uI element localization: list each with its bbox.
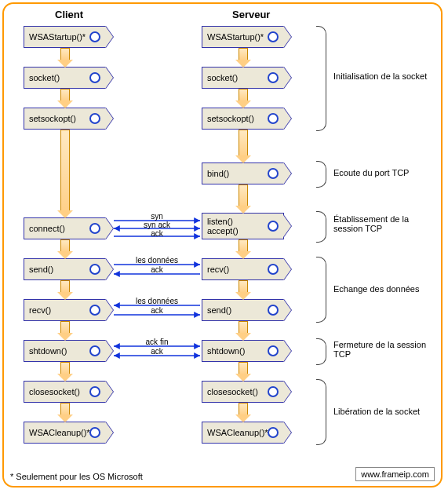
msg-label: syn (126, 212, 188, 221)
brace-icon (316, 257, 326, 323)
node-label: bind() (207, 169, 229, 178)
node-label: send() (29, 265, 53, 274)
node-label: shtdown() (29, 346, 67, 356)
client-node-recv: recv() (24, 299, 106, 321)
brace-icon (316, 379, 326, 445)
node-label: socket() (207, 73, 238, 82)
server-node-setsockopt: setsockopt() (202, 108, 284, 130)
flow-arrow-icon (239, 48, 248, 60)
server-node-wsastartup: WSAStartup()* (202, 26, 284, 48)
brace-icon (316, 211, 326, 243)
node-label: closesocket() (207, 387, 258, 396)
flow-arrow-icon (60, 403, 70, 415)
msg-label: ack (126, 229, 188, 238)
server-node-closesocket: closesocket() (202, 381, 284, 403)
brace-icon (316, 26, 326, 131)
server-node-recv: recv() (202, 258, 284, 280)
flow-arrow-icon (60, 239, 70, 252)
node-label: setsockopt() (207, 114, 254, 123)
node-label: recv() (29, 305, 51, 315)
node-label: send() (207, 305, 231, 315)
client-node-send: send() (24, 258, 106, 280)
flow-arrow-icon (239, 362, 248, 374)
client-node-socket: socket() (24, 67, 106, 89)
server-node-send: send() (202, 299, 284, 321)
client-node-wsastartup: WSAStartup()* (24, 26, 106, 48)
brace-icon (316, 161, 326, 188)
node-label: WSAStartup()* (29, 32, 86, 42)
phase-label: Initialisation de la socket (333, 71, 432, 81)
flow-arrow-icon (239, 89, 248, 101)
flow-arrow-icon (239, 130, 248, 156)
node-label: shtdown() (207, 346, 245, 356)
website-caption: www.frameip.com (355, 467, 435, 481)
msg-label: ack (126, 265, 188, 274)
node-label: connect() (29, 224, 65, 233)
phase-label: Fermeture de la session TCP (333, 340, 432, 359)
server-node-socket: socket() (202, 67, 284, 89)
node-label: setsockopt() (29, 114, 76, 123)
diagram-frame: Client Serveur WSAStartup()* socket() se… (2, 2, 443, 488)
msg-label: ack fin (126, 338, 188, 346)
flow-arrow-icon (60, 280, 70, 293)
flow-arrow-icon (60, 321, 70, 334)
node-label: recv() (207, 265, 229, 274)
flow-arrow-icon (239, 321, 248, 334)
client-node-shutdown: shtdown() (24, 340, 106, 362)
server-node-listen-accept: listen() accept() (202, 213, 284, 239)
client-node-closesocket: closesocket() (24, 381, 106, 403)
node-label: WSAStartup()* (207, 32, 264, 42)
msg-label: les données (126, 256, 188, 265)
server-node-wsacleanup: WSACleanup()* (202, 422, 284, 444)
phase-label: Ecoute du port TCP (333, 168, 432, 177)
node-label: closesocket() (29, 387, 80, 396)
footnote: * Seulement pour les OS Microsoft (10, 472, 143, 481)
client-node-connect: connect() (24, 217, 106, 239)
node-label: listen() accept() (207, 217, 239, 236)
node-label: WSACleanup()* (207, 428, 268, 437)
msg-label: syn ack (126, 221, 188, 229)
flow-arrow-icon (239, 239, 248, 252)
column-header-client: Client (55, 9, 83, 20)
flow-arrow-icon (60, 362, 70, 374)
node-label: socket() (29, 73, 60, 82)
server-node-bind: bind() (202, 163, 284, 184)
phase-label: Libération de la socket (333, 407, 432, 416)
flow-arrow-icon (239, 403, 248, 415)
client-node-setsockopt: setsockopt() (24, 108, 106, 130)
server-node-shutdown: shtdown() (202, 340, 284, 362)
brace-icon (316, 338, 326, 365)
msg-label: les données (126, 297, 188, 305)
msg-label: ack (126, 347, 188, 356)
flow-arrow-icon (239, 184, 248, 206)
msg-label: ack (126, 306, 188, 315)
client-node-wsacleanup: WSACleanup()* (24, 422, 106, 444)
flow-arrow-icon (60, 48, 70, 60)
phase-label: Echange des données (333, 284, 432, 294)
flow-arrow-icon (60, 130, 70, 211)
node-label: WSACleanup()* (29, 428, 90, 437)
flow-arrow-icon (239, 280, 248, 293)
column-header-server: Serveur (232, 9, 270, 20)
phase-label: Établissement de la session TCP (333, 214, 432, 233)
flow-arrow-icon (60, 89, 70, 101)
